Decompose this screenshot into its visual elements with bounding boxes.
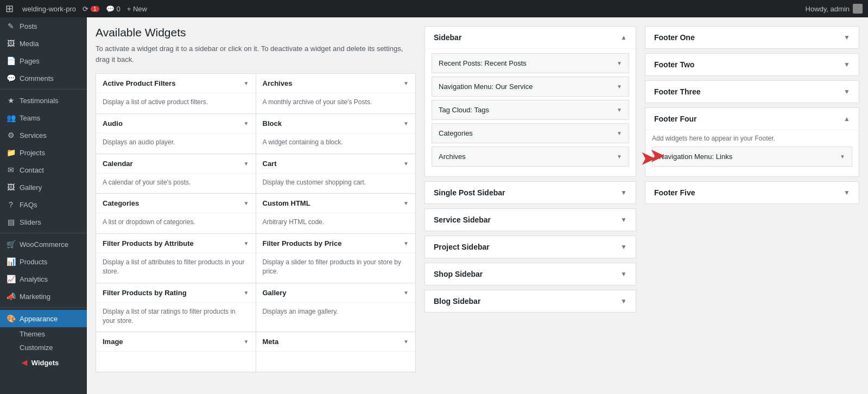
sidebar-widget-recent-posts[interactable]: Recent Posts: Recent Posts ▼ [432,53,629,73]
widget-header[interactable]: Gallery ▼ [256,283,416,303]
widget-audio: Audio ▼ Displays an audio player. [96,114,256,154]
page-description: To activate a widget drag it to a sideba… [96,43,416,65]
sidebar-item-media[interactable]: 🖼 Media [0,35,87,52]
shop-sidebar-header[interactable]: Shop Sidebar ▼ [425,263,636,285]
sidebar-sub-themes[interactable]: Themes [0,327,87,341]
widget-meta: Meta ▼ [256,332,416,372]
page-title: Available Widgets [96,26,416,39]
widget-filter-rating: Filter Products by Rating ▼ Display a li… [96,283,256,332]
woocommerce-icon: 🛒 [7,240,15,249]
widget-header[interactable]: Audio ▼ [96,114,256,134]
teams-icon: 👥 [7,113,15,122]
footer-two-header[interactable]: Footer Two ▼ [645,54,859,75]
widget-description: Displays an image gallery. [256,303,416,323]
sidebar-sep-3 [0,307,87,308]
widget-header[interactable]: Meta ▼ [256,332,416,352]
comments-item[interactable]: 💬 0 [106,5,121,13]
sidebars-panel: Sidebar ▲ Recent Posts: Recent Posts ▼ N… [425,26,636,385]
sidebar-item-appearance[interactable]: 🎨 Appearance [0,310,87,327]
widget-header[interactable]: Categories ▼ [96,194,256,213]
posts-icon: ✎ [7,22,15,30]
footer-five-title: Footer Five [654,188,695,197]
sidebar-item-services[interactable]: ⚙ Services [0,126,87,144]
sidebar-widget-categories[interactable]: Categories ▼ [432,123,629,143]
blog-sidebar-header[interactable]: Blog Sidebar ▼ [425,290,636,312]
sidebar-item-faqs[interactable]: ? FAQs [0,196,87,213]
footer-four-header[interactable]: Footer Four ▲ [645,108,859,130]
single-post-sidebar-title: Single Post Sidebar [434,188,505,197]
sidebar-item-label: WooCommerce [20,240,68,249]
footer-four-nav-widget[interactable]: Navigation Menu: Links ▼ [652,147,852,167]
project-sidebar-header[interactable]: Project Sidebar ▼ [425,236,636,258]
chevron-down-icon: ▼ [244,339,249,345]
available-widgets-panel: Available Widgets To activate a widget d… [96,26,416,385]
widget-header[interactable]: Image ▼ [96,332,256,352]
widget-header[interactable]: Archives ▼ [256,74,416,93]
chevron-down-icon: ▼ [403,200,409,206]
blog-sidebar-area: Blog Sidebar ▼ [425,290,636,313]
footer-three-header[interactable]: Footer Three ▼ [645,81,859,103]
sidebar-item-pages[interactable]: 📄 Pages [0,52,87,69]
sidebar-widget-archives[interactable]: Archives ▼ [432,147,629,167]
services-icon: ⚙ [7,131,15,139]
chevron-down-icon: ▼ [403,161,409,167]
sidebar-widget-tag-cloud[interactable]: Tag Cloud: Tags ▼ [432,100,629,120]
sidebar-item-label: Projects [20,149,45,157]
sidebar-area-title: Sidebar [434,33,461,42]
widget-filter-attribute: Filter Products by Attribute ▼ Display a… [96,234,256,283]
faqs-icon: ? [7,200,15,209]
sidebar-sub-widgets[interactable]: ◄ Widgets [0,354,87,371]
widget-header[interactable]: Cart ▼ [256,154,416,174]
footer-three-title: Footer Three [654,87,701,96]
chevron-down-icon: ▼ [403,339,409,345]
sidebar-area: Sidebar ▲ Recent Posts: Recent Posts ▼ N… [425,26,636,177]
sidebar-item-comments[interactable]: 💬 Comments [0,69,87,87]
sidebar-item-label: Pages [20,57,40,65]
widget-header[interactable]: Active Product Filters ▼ [96,74,256,93]
sidebar-item-marketing[interactable]: 📣 Marketing [0,288,87,305]
products-icon: 📊 [7,257,15,266]
service-sidebar-header[interactable]: Service Sidebar ▼ [425,209,636,231]
sidebar-widget-nav-menu[interactable]: Navigation Menu: Our Service ▼ [432,77,629,97]
widget-header[interactable]: Filter Products by Price ▼ [256,234,416,253]
sidebar-item-woocommerce[interactable]: 🛒 WooCommerce [0,236,87,253]
widget-header[interactable]: Calendar ▼ [96,154,256,174]
widget-custom-html: Custom HTML ▼ Arbitrary HTML code. [256,194,416,233]
sidebar-item-analytics[interactable]: 📈 Analytics [0,270,87,288]
chevron-down-icon: ▼ [620,297,627,305]
sidebar-item-testimonials[interactable]: ★ Testimonials [0,92,87,109]
sidebar-item-posts[interactable]: ✎ Posts [0,17,87,35]
widget-header[interactable]: Block ▼ [256,114,416,134]
sidebar-item-projects[interactable]: 📁 Projects [0,144,87,161]
widget-header[interactable]: Filter Products by Attribute ▼ [96,234,256,253]
wp-logo-icon[interactable]: ⊞ [5,3,14,15]
new-item[interactable]: + New [127,5,147,13]
contact-icon: ✉ [7,166,15,174]
sidebar-item-teams[interactable]: 👥 Teams [0,109,87,126]
sidebar-item-products[interactable]: 📊 Products [0,253,87,270]
comments-nav-icon: 💬 [7,74,15,82]
sidebar-item-sliders[interactable]: ▤ Sliders [0,213,87,231]
sidebar-item-contact[interactable]: ✉ Contact [0,161,87,179]
widget-image: Image ▼ [96,332,256,372]
site-name[interactable]: welding-work-pro [22,5,76,13]
sidebar-item-gallery[interactable]: 🖼 Gallery [0,179,87,196]
sidebar-area-header[interactable]: Sidebar ▲ [425,27,636,48]
sidebar-item-label: Posts [20,22,37,30]
sidebar-sep-2 [0,233,87,233]
footer-panel: Footer One ▼ Footer Two ▼ Footer Three ▼ [645,26,859,385]
widget-header[interactable]: Custom HTML ▼ [256,194,416,213]
widget-calendar: Calendar ▼ A calendar of your site's pos… [96,154,256,194]
sidebar-sub-customize[interactable]: Customize [0,341,87,354]
footer-one-header[interactable]: Footer One ▼ [645,27,859,48]
footer-five-header[interactable]: Footer Five ▼ [645,182,859,204]
widget-header[interactable]: Filter Products by Rating ▼ [96,283,256,303]
widget-description: Display the customer shopping cart. [256,174,416,194]
updates-item[interactable]: ⟳ 1 [83,5,99,13]
footer-three-area: Footer Three ▼ [645,80,859,103]
archives-row: Archives ▼ ➤ [432,147,629,170]
widget-description: Display a list of star ratings to filter… [96,303,256,332]
single-post-sidebar-header[interactable]: Single Post Sidebar ▼ [425,182,636,204]
widget-filter-price: Filter Products by Price ▼ Display a sli… [256,234,416,283]
chevron-down-icon: ▼ [844,189,850,196]
